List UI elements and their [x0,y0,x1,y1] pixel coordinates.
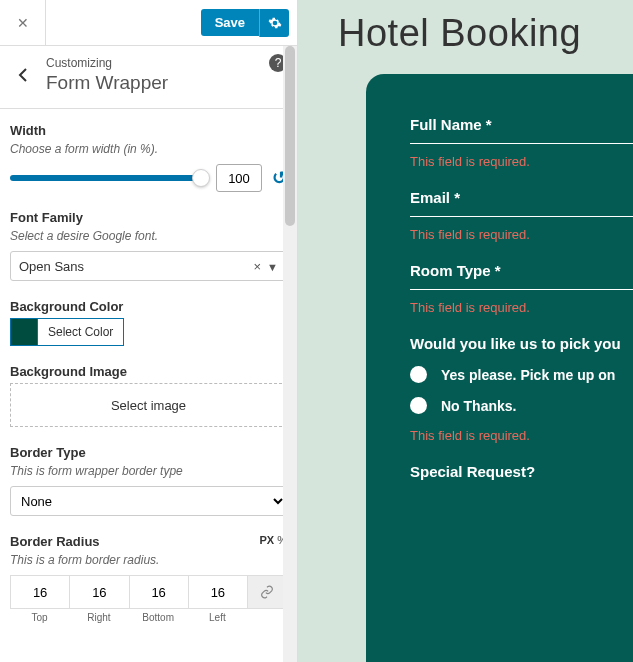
radius-left-sublabel: Left [188,612,247,623]
save-button[interactable]: Save [201,9,259,36]
radio-no-label: No Thanks. [441,398,516,414]
field-fullname-error: This field is required. [410,154,633,169]
field-roomtype-label: Room Type * [410,262,633,287]
customizing-label: Customizing [46,56,283,70]
close-button[interactable]: ✕ [0,0,46,46]
font-family-desc: Select a desire Google font. [10,229,287,243]
preview-title: Hotel Booking [298,0,633,55]
settings-gear-button[interactable] [259,9,289,37]
field-fullname-label: Full Name * [410,116,633,141]
width-input[interactable] [216,164,262,192]
chevron-left-icon [18,67,28,83]
section-title: Form Wrapper [46,72,283,94]
field-fullname-input[interactable] [410,143,633,144]
radius-desc: This is a form border radius. [10,553,287,567]
slider-thumb[interactable] [192,169,210,187]
form-wrapper-preview: Full Name * This field is required. Emai… [366,74,633,662]
bordertype-label: Border Type [10,445,287,460]
width-slider[interactable] [10,175,206,181]
field-email-label: Email * [410,189,633,214]
select-color-button[interactable]: Select Color [38,318,124,346]
radius-bottom-input[interactable] [129,575,188,609]
radius-top-sublabel: Top [10,612,69,623]
field-email-error: This field is required. [410,227,633,242]
radius-right-sublabel: Right [69,612,128,623]
font-family-label: Font Family [10,210,287,225]
back-button[interactable] [0,56,46,94]
font-family-value: Open Sans [19,259,84,274]
special-request-label: Special Request? [410,463,633,480]
bgcolor-label: Background Color [10,299,287,314]
radius-right-input[interactable] [69,575,128,609]
radius-link-button[interactable] [247,575,287,609]
preview-pane: Hotel Booking Full Name * This field is … [298,0,633,662]
radio-icon [410,397,427,414]
select-image-button[interactable]: Select image [10,383,287,427]
pickup-error: This field is required. [410,428,633,443]
pickup-question: Would you like us to pick you [410,335,633,352]
bgcolor-swatch[interactable] [10,318,38,346]
bgimage-label: Background Image [10,364,287,379]
bordertype-select[interactable]: None [10,486,287,516]
scrollbar-thumb[interactable] [285,46,295,226]
field-roomtype-input[interactable] [410,289,633,290]
radio-option-yes[interactable]: Yes please. Pick me up on [410,366,633,383]
field-roomtype-error: This field is required. [410,300,633,315]
radio-yes-label: Yes please. Pick me up on [441,367,615,383]
scrollbar-track[interactable] [283,46,297,662]
width-label: Width [10,123,287,138]
font-family-select[interactable]: Open Sans ×▼ [10,251,287,281]
radio-option-no[interactable]: No Thanks. [410,397,633,414]
radius-top-input[interactable] [10,575,69,609]
radius-bottom-sublabel: Bottom [129,612,188,623]
link-icon [260,585,274,599]
radio-icon [410,366,427,383]
radius-label: Border Radius PX % [10,534,287,549]
field-email-input[interactable] [410,216,633,217]
gear-icon [268,16,282,30]
bordertype-desc: This is form wrapper border type [10,464,287,478]
clear-font-icon[interactable]: × [254,259,262,274]
caret-down-icon: ▼ [267,261,278,273]
radius-left-input[interactable] [188,575,247,609]
width-desc: Choose a form width (in %). [10,142,287,156]
